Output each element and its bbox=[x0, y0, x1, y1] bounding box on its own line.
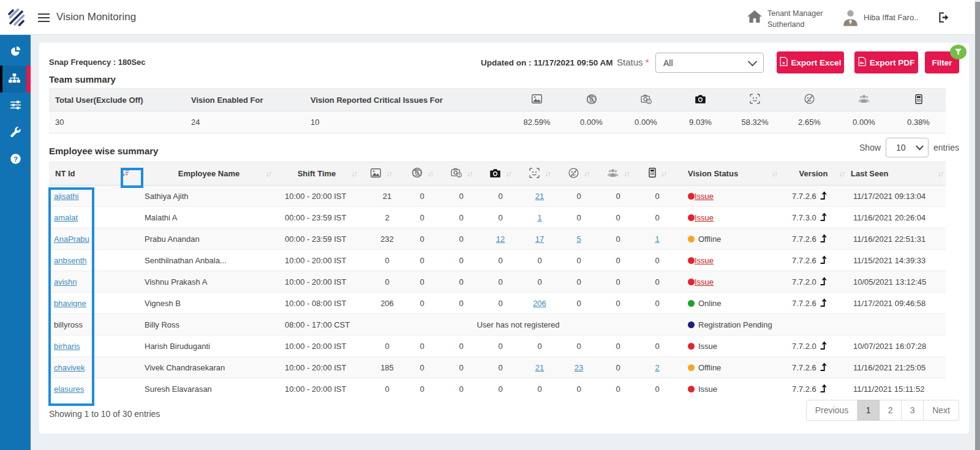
sort-icon[interactable]: ↓↑ bbox=[266, 170, 271, 178]
crowd-icon-column-header[interactable]: ↓↑ bbox=[598, 162, 638, 186]
sidebar-item-settings[interactable] bbox=[0, 92, 31, 119]
sort-icon[interactable]: ↓↑ bbox=[386, 170, 391, 178]
count-cell: 0 bbox=[520, 250, 559, 271]
mobile-icon bbox=[649, 168, 656, 179]
column-label: NT Id bbox=[53, 169, 75, 178]
status-select[interactable]: All bbox=[655, 53, 764, 73]
vision-status-link[interactable]: Issue bbox=[695, 213, 714, 222]
mobile-icon bbox=[891, 89, 946, 111]
show-entries-select[interactable]: 10 bbox=[886, 138, 929, 157]
column-header-shift-time[interactable]: Shift Time↓↑ bbox=[274, 162, 360, 186]
sidebar-item-dashboard[interactable] bbox=[0, 39, 31, 66]
sort-icon[interactable]: ↓↑ bbox=[352, 170, 357, 178]
count-cell: 0 bbox=[598, 186, 638, 207]
export-excel-button[interactable]: xExport Excel bbox=[777, 51, 844, 73]
employee-name-cell: Sathiya Ajith bbox=[144, 186, 274, 207]
count-link[interactable]: 206 bbox=[533, 299, 546, 308]
logout-icon[interactable] bbox=[938, 12, 950, 25]
shift-time-cell: 10:00 - 20:00 IST bbox=[274, 250, 360, 271]
shift-time-cell: 10:00 - 20:00 IST bbox=[274, 357, 360, 378]
count-link[interactable]: 21 bbox=[535, 363, 544, 372]
sidebar-item-team-monitoring[interactable] bbox=[0, 66, 31, 92]
column-header-version[interactable]: Version↓↑ bbox=[780, 162, 847, 186]
sidebar-item-tools[interactable] bbox=[0, 119, 31, 146]
sort-icon[interactable]: ↓↑ bbox=[545, 170, 550, 178]
count-cell: 5 bbox=[559, 228, 598, 250]
camera-filled-icon-column-header[interactable]: ↓↑ bbox=[481, 162, 520, 186]
count-cell: 0 bbox=[360, 271, 402, 293]
column-header-vision-status[interactable]: Vision Status↓↑ bbox=[677, 162, 780, 186]
count-cell: 0 bbox=[442, 250, 481, 271]
column-header-employee-name[interactable]: Employee Name↓↑ bbox=[144, 162, 274, 186]
page-button-2[interactable]: 2 bbox=[880, 400, 902, 421]
sort-icon[interactable]: ↓↑ bbox=[428, 170, 433, 178]
count-link[interactable]: 2 bbox=[655, 363, 659, 372]
face-issue-icon-column-header[interactable]: ↓↑ bbox=[559, 162, 598, 186]
shift-time-cell: 08:00 - 17:00 CST bbox=[274, 314, 360, 336]
sidebar: ? bbox=[0, 35, 31, 450]
pie-chart-icon bbox=[10, 46, 21, 59]
vision-status-link[interactable]: Issue bbox=[695, 277, 714, 287]
face-scan-icon-column-header[interactable]: ↓↑ bbox=[520, 162, 559, 186]
count-cell: 0 bbox=[520, 378, 559, 400]
vertical-scrollbar[interactable] bbox=[974, 0, 980, 450]
scrollbar-thumb[interactable] bbox=[975, 2, 980, 450]
image-icon bbox=[510, 89, 564, 111]
image-icon-column-header[interactable]: ↓↑ bbox=[360, 162, 402, 186]
sort-icon[interactable]: ↓↑ bbox=[624, 170, 629, 178]
filter-button[interactable]: Filter bbox=[925, 51, 959, 73]
count-cell: 0 bbox=[638, 378, 677, 400]
count-cell: 0 bbox=[442, 378, 481, 400]
face-scan-icon bbox=[728, 89, 782, 111]
team-summary-percent: 82.59% bbox=[510, 111, 564, 133]
hamburger-menu-icon[interactable] bbox=[38, 13, 50, 24]
sort-icon[interactable]: ↓↑ bbox=[938, 170, 943, 178]
count-link[interactable]: 17 bbox=[535, 234, 544, 244]
count-link[interactable]: 21 bbox=[535, 192, 544, 201]
sort-icon[interactable]: ↓↑ bbox=[467, 170, 472, 178]
team-summary-table: Total User(Exclude Off)Vision Enabled Fo… bbox=[49, 88, 946, 133]
sort-icon[interactable]: ↓↑ bbox=[505, 170, 511, 178]
home-icon[interactable] bbox=[747, 10, 762, 26]
version-cell-td: 7.7.2.6 bbox=[780, 293, 847, 314]
shift-time-cell: 10:00 - 08:00 IST bbox=[274, 293, 360, 314]
count-link[interactable]: 5 bbox=[576, 234, 581, 244]
column-header-last-seen[interactable]: Last Seen↓↑ bbox=[847, 162, 946, 186]
vision-status-cell: Issue bbox=[677, 336, 780, 357]
status-label: Status * bbox=[617, 57, 649, 67]
page-button-previous[interactable]: Previous bbox=[806, 400, 858, 421]
svg-text:?: ? bbox=[13, 154, 17, 162]
status-dot bbox=[688, 257, 695, 264]
sidebar-item-help[interactable]: ? bbox=[0, 146, 31, 173]
count-link[interactable]: 1 bbox=[655, 234, 659, 244]
vision-status-link[interactable]: Issue bbox=[695, 256, 714, 265]
user-avatar-icon[interactable] bbox=[842, 9, 859, 29]
sort-icon[interactable]: ↓↑ bbox=[584, 170, 589, 178]
count-cell: 0 bbox=[360, 378, 402, 400]
count-link[interactable]: 23 bbox=[575, 363, 583, 372]
sort-icon[interactable]: ↓↑ bbox=[839, 170, 845, 178]
count-cell: 0 bbox=[402, 336, 442, 357]
count-cell: 0 bbox=[598, 378, 638, 400]
version-cell-td: 7.7.2.0 bbox=[780, 336, 847, 357]
count-link[interactable]: 12 bbox=[496, 234, 505, 244]
count-cell: 0 bbox=[442, 357, 481, 378]
upgrade-icon bbox=[820, 341, 827, 351]
page-button-1[interactable]: 1 bbox=[858, 400, 880, 421]
vision-status-link[interactable]: Issue bbox=[695, 192, 714, 201]
vision-status-text: Issue bbox=[698, 342, 717, 351]
page-button-3[interactable]: 3 bbox=[902, 400, 924, 421]
count-cell: 0 bbox=[481, 271, 520, 293]
camera-off-icon-column-header[interactable]: ↓↑ bbox=[402, 162, 442, 186]
count-cell: 0 bbox=[638, 271, 677, 293]
count-cell: 0 bbox=[638, 293, 677, 314]
sort-icon[interactable]: ↓↑ bbox=[661, 170, 666, 178]
mobile-icon-column-header[interactable]: ↓↑ bbox=[638, 162, 677, 186]
camera-clock-icon-column-header[interactable]: ↓↑ bbox=[442, 162, 481, 186]
sort-icon[interactable]: ↓↑ bbox=[772, 170, 777, 178]
count-link[interactable]: 1 bbox=[537, 213, 541, 222]
employee-name-cell: Harish Biruduganti bbox=[144, 336, 274, 357]
page-button-next[interactable]: Next bbox=[924, 400, 959, 421]
employee-name-cell: Senthilnathan Anbala... bbox=[144, 250, 274, 271]
export-pdf-button[interactable]: Export PDF bbox=[854, 51, 918, 73]
